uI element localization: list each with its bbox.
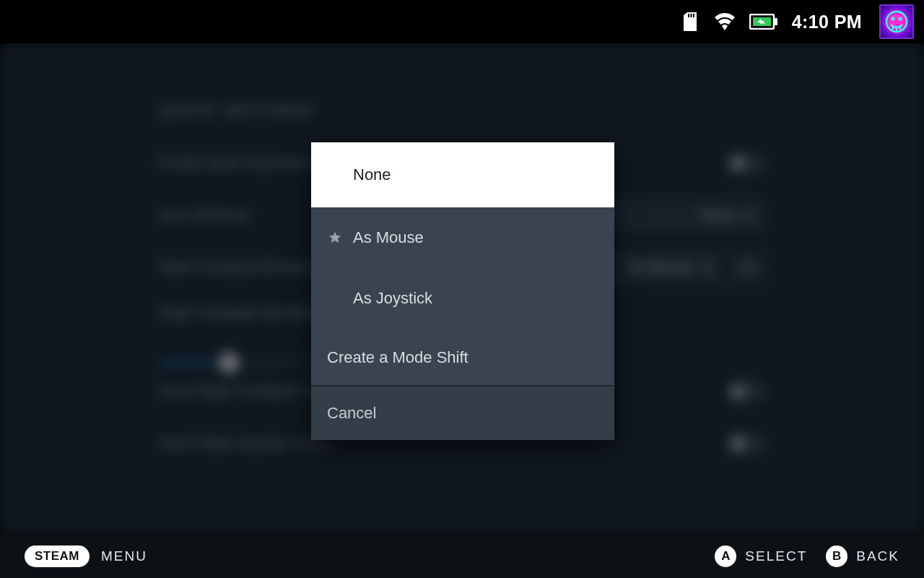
gyro-behavior-picker: None As Mouse As Joystick Create a Mode …	[311, 142, 614, 440]
mode-shift-label: Create a Mode Shift	[327, 348, 468, 367]
option-label: As Mouse	[353, 228, 424, 247]
create-mode-shift[interactable]: Create a Mode Shift	[311, 329, 614, 385]
steam-button[interactable]: STEAM	[25, 545, 90, 567]
sd-card-icon	[679, 11, 701, 33]
svg-rect-0	[688, 14, 689, 17]
steam-label: STEAM	[35, 549, 79, 563]
option-as-joystick[interactable]: As Joystick	[311, 268, 614, 329]
footer-bar: STEAM MENU A SELECT B BACK	[0, 535, 924, 578]
hint-label: SELECT	[745, 548, 807, 564]
hint-select: A SELECT	[715, 545, 807, 567]
clock: 4:10 PM	[792, 12, 862, 33]
svg-rect-4	[775, 18, 777, 25]
option-as-mouse[interactable]: As Mouse	[311, 207, 614, 268]
option-none[interactable]: None	[311, 142, 614, 207]
hint-back: B BACK	[826, 545, 899, 567]
b-button-icon: B	[826, 545, 847, 567]
hint-label: BACK	[856, 548, 899, 564]
battery-icon	[749, 11, 779, 33]
cancel-button[interactable]: Cancel	[311, 387, 614, 440]
cancel-label: Cancel	[327, 404, 376, 423]
star-icon	[327, 230, 343, 246]
option-label: As Joystick	[353, 289, 432, 308]
option-label: None	[353, 165, 391, 184]
wifi-icon	[714, 11, 736, 33]
avatar[interactable]	[879, 4, 914, 39]
svg-rect-2	[693, 14, 694, 17]
menu-label: MENU	[101, 548, 147, 564]
svg-rect-1	[690, 14, 692, 17]
status-bar: 4:10 PM	[0, 0, 924, 43]
a-button-icon: A	[715, 545, 736, 567]
